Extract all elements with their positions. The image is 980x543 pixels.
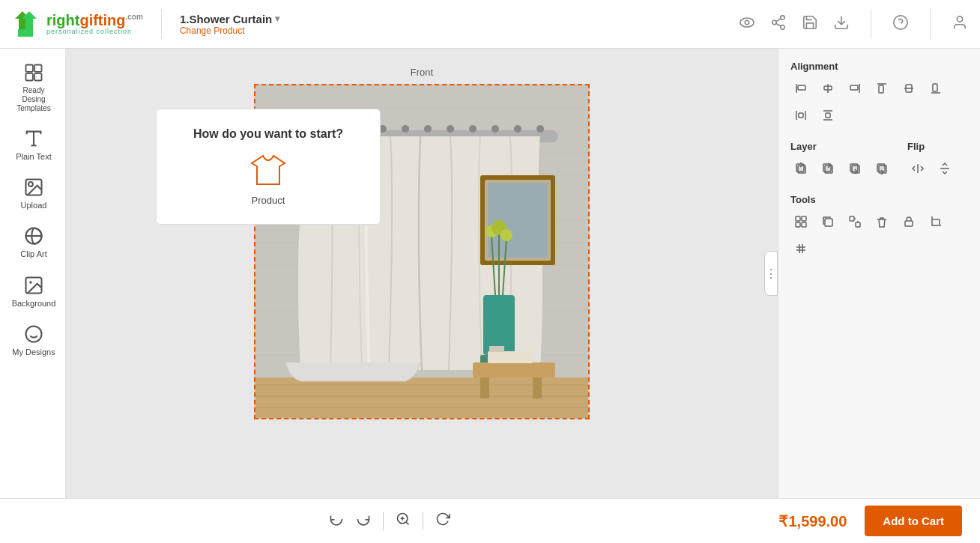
flip-title: Flip [907, 141, 955, 152]
preview-icon[interactable] [739, 14, 755, 34]
svg-point-25 [26, 326, 42, 342]
bottom-divider1 [383, 512, 384, 530]
svg-rect-75 [489, 346, 504, 352]
save-icon[interactable] [802, 14, 818, 34]
svg-point-70 [500, 229, 512, 241]
flip-horizontal-icon[interactable] [907, 158, 928, 179]
zoom-in-icon[interactable] [396, 512, 411, 530]
undo-icon[interactable] [329, 512, 344, 530]
svg-point-21 [28, 182, 33, 186]
svg-rect-87 [933, 84, 937, 91]
help-icon[interactable] [892, 14, 909, 34]
svg-point-5 [781, 15, 785, 19]
sidebar-item-my-designs[interactable]: My Designs [0, 316, 65, 365]
delete-icon[interactable] [871, 211, 892, 232]
crop-icon[interactable] [925, 211, 946, 232]
designs-icon [23, 324, 44, 345]
clipart-icon [23, 225, 44, 246]
svg-rect-73 [533, 377, 542, 398]
align-left-icon[interactable] [790, 78, 811, 99]
group-icon[interactable] [790, 211, 811, 232]
product-title-area: 1.Shower Curtain ▾ Change Product [180, 13, 279, 36]
svg-rect-81 [850, 85, 858, 90]
bring-forward-icon[interactable] [817, 158, 838, 179]
flip-icons [907, 158, 955, 179]
flip-section: Flip [907, 141, 955, 179]
product-option[interactable]: Product [248, 150, 288, 206]
header-right-divider2 [930, 9, 931, 39]
upload-icon [23, 177, 44, 198]
header: rightgifting.com personalized collection… [0, 0, 980, 49]
templates-icon [23, 62, 44, 83]
canvas-label: Front [411, 67, 433, 78]
download-icon[interactable] [833, 14, 850, 34]
clip-art-label: Clip Art [20, 249, 46, 259]
svg-point-55 [447, 125, 454, 133]
duplicate-icon[interactable] [817, 211, 838, 232]
alignment-title: Alignment [790, 61, 968, 72]
svg-point-13 [957, 16, 962, 21]
background-label: Background [12, 299, 56, 309]
svg-rect-107 [850, 216, 854, 221]
svg-point-3 [740, 18, 754, 27]
align-middle-icon[interactable] [898, 78, 919, 99]
product-option-label: Product [252, 195, 285, 206]
user-icon[interactable] [952, 14, 968, 34]
collapse-panel-handle[interactable]: ⋮ [764, 251, 778, 296]
change-product-link[interactable]: Change Product [180, 25, 279, 36]
share-icon[interactable] [770, 14, 787, 34]
distribute-v-icon[interactable] [817, 105, 838, 126]
svg-point-53 [402, 125, 409, 133]
sidebar-item-clip-art[interactable]: Clip Art [0, 218, 65, 267]
send-to-back-icon[interactable] [871, 158, 892, 179]
svg-line-117 [406, 522, 409, 525]
svg-rect-105 [802, 222, 806, 227]
canvas-area: How do you want to start? Product Front [66, 49, 778, 498]
align-top-icon[interactable] [871, 78, 892, 99]
svg-rect-108 [856, 222, 860, 227]
bring-to-front-icon[interactable] [790, 158, 811, 179]
tools-title: Tools [790, 194, 968, 205]
ungroup-icon[interactable] [844, 211, 865, 232]
layer-flip-row: Layer Flip [790, 141, 968, 179]
svg-point-58 [514, 125, 521, 133]
send-backward-icon[interactable] [844, 158, 865, 179]
svg-rect-17 [34, 73, 41, 80]
logo-brand: rightgifting.com [46, 13, 143, 28]
svg-rect-102 [796, 216, 800, 221]
svg-line-9 [776, 18, 781, 21]
bottom-controls [329, 512, 450, 530]
lock-icon[interactable] [898, 211, 919, 232]
distribute-h-icon[interactable] [790, 105, 811, 126]
header-right-divider [871, 9, 871, 39]
sidebar-item-background[interactable]: Background [0, 267, 65, 316]
add-to-cart-button[interactable]: Add to Cart [865, 506, 962, 536]
sidebar-item-plain-text[interactable]: Plain Text [0, 121, 65, 169]
svg-rect-16 [26, 73, 33, 80]
svg-point-57 [491, 125, 499, 133]
svg-point-54 [424, 125, 432, 133]
svg-point-4 [745, 20, 749, 25]
align-right-icon[interactable] [844, 78, 865, 99]
svg-rect-77 [798, 85, 805, 90]
svg-rect-15 [34, 65, 41, 72]
svg-rect-74 [488, 351, 533, 363]
svg-point-59 [536, 125, 544, 133]
alignment-section: Alignment [790, 61, 968, 126]
sidebar-item-upload[interactable]: Upload [0, 169, 65, 218]
align-center-h-icon[interactable] [817, 78, 838, 99]
left-sidebar: Ready Desing Templates Plain Text Upload… [0, 49, 66, 498]
product-name-text: 1.Shower Curtain [180, 13, 272, 25]
price-display: ₹1,599.00 [778, 512, 847, 530]
reset-icon[interactable] [435, 512, 450, 530]
my-designs-label: My Designs [12, 348, 55, 357]
redo-icon[interactable] [356, 512, 371, 530]
sidebar-item-templates[interactable]: Ready Desing Templates [0, 55, 65, 121]
grid-icon[interactable] [790, 238, 811, 259]
align-bottom-icon[interactable] [925, 78, 946, 99]
collapse-dots-icon: ⋮ [765, 267, 777, 281]
alignment-icons [790, 78, 968, 126]
flip-vertical-icon[interactable] [934, 158, 955, 179]
product-name[interactable]: 1.Shower Curtain ▾ [180, 13, 279, 25]
layer-title: Layer [790, 141, 892, 152]
